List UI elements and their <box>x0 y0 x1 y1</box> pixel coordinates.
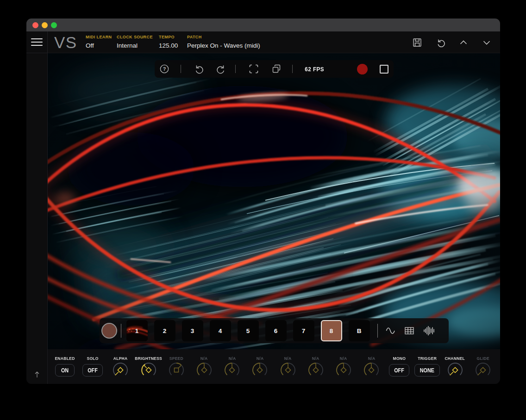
control-na-2: N/A <box>218 349 246 384</box>
clip-button-8[interactable]: 8 <box>321 320 342 341</box>
control-channel: CHANNEL <box>441 349 469 384</box>
clipbar-separator <box>121 324 122 338</box>
na-knob[interactable] <box>363 361 380 379</box>
close-button[interactable] <box>32 22 38 28</box>
param-patch[interactable]: PATCH Perplex On - Waves (midi) <box>187 35 260 49</box>
clip-button-5[interactable]: 5 <box>238 320 259 341</box>
undo-icon[interactable] <box>194 64 204 74</box>
macos-titlebar <box>26 19 500 31</box>
control-label: ENABLED <box>55 356 75 361</box>
param-value: Perplex On - Waves (midi) <box>187 42 260 49</box>
left-sidebar <box>26 53 48 384</box>
param-value: Off <box>86 42 112 49</box>
clipbar-separator <box>377 324 378 338</box>
undo-icon[interactable] <box>435 37 445 48</box>
control-label: SOLO <box>87 356 99 361</box>
control-na-7: N/A <box>357 349 385 384</box>
control-label: N/A <box>228 356 236 361</box>
overlay-toolbar: ? 62 FPS <box>155 60 394 78</box>
param-tempo[interactable]: TEMPO 125.00 <box>159 35 178 49</box>
parameter-panel: ENABLED ON SOLO OFF ALPHA BRIGHTNESS SPE… <box>48 349 500 384</box>
clip-button-6[interactable]: 6 <box>265 320 287 341</box>
control-label: CHANNEL <box>445 356 465 361</box>
control-brightness: BRIGHTNESS <box>135 349 163 384</box>
control-na-1: N/A <box>190 349 218 384</box>
menu-button[interactable] <box>26 31 48 53</box>
clip-bar: 1 2 3 4 5 6 7 8 B <box>100 318 449 343</box>
svg-text:?: ? <box>163 66 166 72</box>
solo-toggle[interactable]: OFF <box>82 364 103 377</box>
param-midi-learn[interactable]: MIDI LEARN Off <box>86 35 112 49</box>
app-logo: VS <box>54 33 77 52</box>
visualizer-canvas[interactable]: ? 62 FPS 1 2 3 4 5 6 <box>48 53 500 349</box>
clip-button-3[interactable]: 3 <box>182 320 203 341</box>
fps-readout: 62 FPS <box>304 66 325 73</box>
control-label: GLIDE <box>476 356 489 361</box>
control-label: MONO <box>393 356 406 361</box>
brightness-knob[interactable] <box>140 361 157 379</box>
control-label: N/A <box>312 356 319 361</box>
visual-artwork <box>48 53 500 349</box>
control-label: N/A <box>200 356 208 361</box>
help-icon[interactable]: ? <box>159 64 169 74</box>
waveform-icon[interactable] <box>386 326 397 336</box>
param-label: MIDI LEARN <box>86 35 112 39</box>
save-icon[interactable] <box>412 37 422 48</box>
record-button[interactable] <box>357 64 368 74</box>
clip-button-7[interactable]: 7 <box>293 320 314 341</box>
grid-icon[interactable] <box>404 326 414 336</box>
control-label: BRIGHTNESS <box>135 356 162 361</box>
clip-button-2[interactable]: 2 <box>154 320 175 341</box>
zoom-button[interactable] <box>51 22 57 28</box>
glide-knob[interactable] <box>474 361 492 379</box>
control-label: N/A <box>257 356 264 361</box>
chevron-down-icon[interactable] <box>482 37 492 48</box>
na-knob[interactable] <box>279 361 297 379</box>
control-speed: SPEED <box>163 349 190 384</box>
trigger-toggle[interactable]: NONE <box>414 364 440 377</box>
control-enabled: ENABLED ON <box>51 349 79 384</box>
toolbar-separator <box>181 65 182 73</box>
app-window: VS MIDI LEARN Off CLOCK SOURCE Internal … <box>26 19 500 384</box>
control-label: SPEED <box>169 356 183 361</box>
minimize-button[interactable] <box>42 22 48 28</box>
spectrum-icon[interactable] <box>423 325 435 337</box>
layer-color-swatch[interactable] <box>101 323 117 339</box>
chevron-up-icon[interactable] <box>458 37 469 48</box>
toolbar-separator <box>235 65 236 73</box>
control-solo: SOLO OFF <box>79 349 106 384</box>
clip-button-b[interactable]: B <box>349 320 370 341</box>
param-clock-source[interactable]: CLOCK SOURCE Internal <box>117 35 153 49</box>
control-glide: GLIDE <box>469 349 497 384</box>
na-knob[interactable] <box>195 361 213 379</box>
param-label: PATCH <box>187 35 260 39</box>
channel-knob[interactable] <box>446 361 464 379</box>
scroll-up-icon[interactable] <box>32 370 42 379</box>
enabled-toggle[interactable]: ON <box>55 364 75 377</box>
param-value: Internal <box>117 42 153 49</box>
control-label: N/A <box>340 356 347 361</box>
clip-button-1[interactable]: 1 <box>126 320 148 341</box>
speed-knob[interactable] <box>168 361 185 379</box>
param-value: 125.00 <box>159 42 178 49</box>
control-na-6: N/A <box>330 349 357 384</box>
control-label: N/A <box>284 356 292 361</box>
hamburger-icon <box>31 36 43 48</box>
mono-toggle[interactable]: OFF <box>389 364 409 377</box>
duplicate-icon[interactable] <box>271 64 282 74</box>
app-header: VS MIDI LEARN Off CLOCK SOURCE Internal … <box>26 31 500 53</box>
clip-button-4[interactable]: 4 <box>210 320 231 341</box>
na-knob[interactable] <box>307 361 325 379</box>
control-na-4: N/A <box>274 349 302 384</box>
na-knob[interactable] <box>335 361 352 379</box>
toolbar-separator <box>292 65 293 73</box>
na-knob[interactable] <box>251 361 269 379</box>
redo-icon[interactable] <box>216 64 226 74</box>
control-mono: MONO OFF <box>385 349 413 384</box>
fullscreen-icon[interactable] <box>249 64 259 74</box>
stop-button[interactable] <box>380 65 388 74</box>
control-alpha: ALPHA <box>106 349 134 384</box>
alpha-knob[interactable] <box>112 361 129 379</box>
control-trigger: TRIGGER NONE <box>413 349 441 384</box>
na-knob[interactable] <box>223 361 241 379</box>
